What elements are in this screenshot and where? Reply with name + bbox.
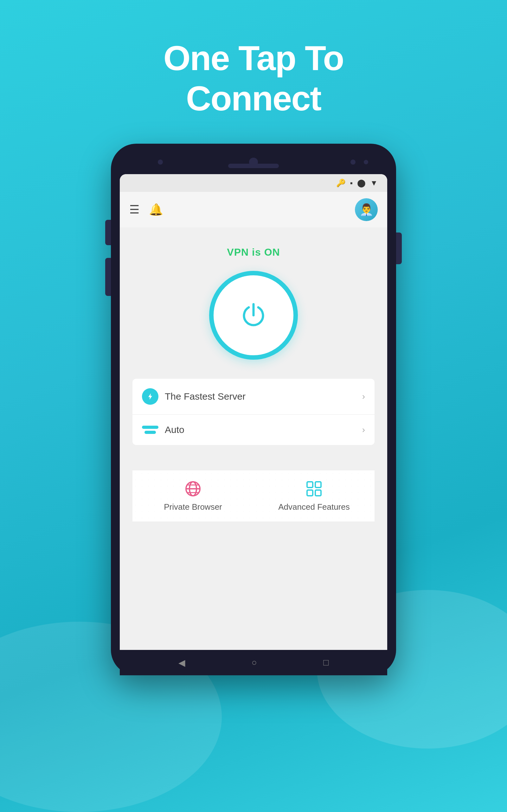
protocol-label: Auto [165,424,356,435]
protocol-chevron-icon: › [362,425,365,435]
svg-marker-0 [148,393,152,400]
server-name-label: The Fastest Server [165,391,356,402]
page-title: One Tap To Connect [0,0,507,144]
nav-item-private-browser[interactable]: Private Browser [132,470,253,521]
home-nav-button[interactable]: ○ [251,658,257,668]
speaker [228,164,279,168]
wifi-icon: ▼ [370,179,378,188]
signal-icon: ▪ [350,179,353,188]
server-chevron-icon: › [362,392,365,402]
avatar[interactable]: 👨‍💼 [355,198,378,221]
lightning-icon [142,388,158,405]
phone-frame: 🔑 ▪ ⬤ ▼ ☰ 🔔 👨‍💼 VPN is ON [111,144,396,675]
phone-top-bar [120,153,387,171]
sensor-dot [364,160,368,164]
bottom-nav: Private Browser Advanced Features [132,470,375,521]
protocol-row[interactable]: Auto › [132,415,375,445]
phone-screen: 🔑 ▪ ⬤ ▼ ☰ 🔔 👨‍💼 VPN is ON [120,174,387,650]
server-section: The Fastest Server › Auto › [132,379,375,445]
fastest-server-row[interactable]: The Fastest Server › [132,379,375,415]
hamburger-menu-icon[interactable]: ☰ [129,203,139,216]
notification-bell-icon[interactable]: 🔔 [149,203,163,216]
camera-right [350,159,355,165]
app-header: ☰ 🔔 👨‍💼 [120,192,387,227]
power-ring[interactable] [209,271,298,360]
wifi-dot-icon: ⬤ [357,179,366,188]
protocol-icon [142,424,158,436]
back-nav-button[interactable]: ◀ [178,658,185,668]
header-left: ☰ 🔔 [129,203,163,216]
power-icon [238,299,269,331]
volume-up-button [105,220,111,245]
vpn-status-text: VPN is ON [227,247,280,258]
avatar-emoji: 👨‍💼 [359,203,374,216]
recent-nav-button[interactable]: □ [323,658,329,668]
nav-item-advanced-features[interactable]: Advanced Features [253,470,375,521]
status-bar: 🔑 ▪ ⬤ ▼ [120,174,387,192]
power-button-wrapper[interactable] [209,271,298,360]
phone-bottom-bar: ◀ ○ □ [120,650,387,675]
key-icon: 🔑 [336,179,346,188]
volume-down-button [105,258,111,296]
app-content: VPN is ON [120,227,387,531]
camera-left [158,159,163,165]
power-button [396,233,402,264]
